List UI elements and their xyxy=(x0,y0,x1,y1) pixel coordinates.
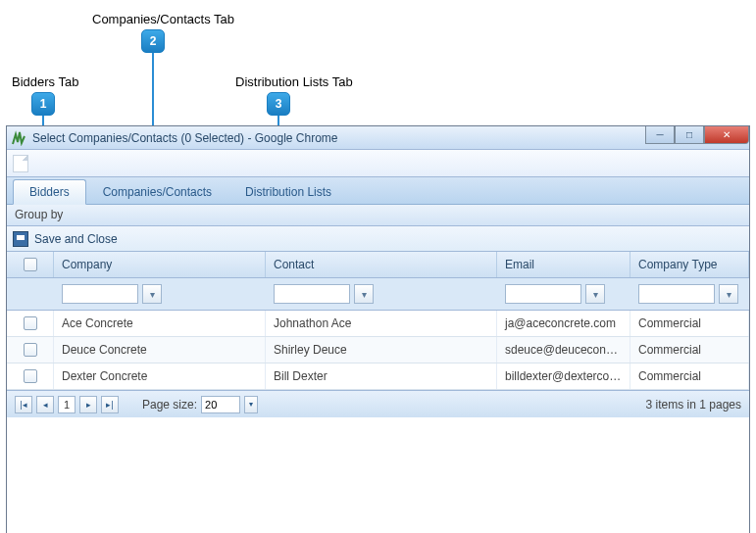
column-header-contact[interactable]: Contact xyxy=(266,252,497,277)
grid-filter-row: ▾ ▾ ▾ ▾ xyxy=(7,278,749,311)
table-row[interactable]: Ace ConcreteJohnathon Aceja@aceconcrete.… xyxy=(7,311,749,337)
data-grid: Company Contact Email Company Type ▾ ▾ ▾… xyxy=(7,252,749,417)
window-title: Select Companies/Contacts (0 Selected) -… xyxy=(32,131,337,145)
browser-window: Select Companies/Contacts (0 Selected) -… xyxy=(6,125,750,533)
cell-contact: Johnathon Ace xyxy=(266,311,497,336)
filter-input-company[interactable] xyxy=(62,284,138,304)
cell-email: sdeuce@deuceconcrete. xyxy=(497,337,630,363)
pager-prev-button[interactable]: ◂ xyxy=(36,396,54,413)
filter-input-type[interactable] xyxy=(638,284,715,304)
pager-current-page[interactable]: 1 xyxy=(58,396,76,413)
annotation-marker-3: 3 xyxy=(267,92,290,116)
cell-type: Commercial xyxy=(630,311,749,336)
cell-company: Dexter Concrete xyxy=(54,363,266,389)
select-all-checkbox[interactable] xyxy=(24,258,37,271)
table-row[interactable]: Deuce ConcreteShirley Deucesdeuce@deucec… xyxy=(7,337,749,363)
close-button[interactable]: ✕ xyxy=(704,126,749,144)
grid-header-row: Company Contact Email Company Type xyxy=(7,252,749,278)
maximize-button[interactable]: □ xyxy=(675,126,704,144)
column-header-company-type[interactable]: Company Type xyxy=(630,252,749,277)
cell-company: Ace Concrete xyxy=(54,311,266,336)
tab-bar: Bidders Companies/Contacts Distribution … xyxy=(7,177,749,205)
annotation-marker-2: 2 xyxy=(141,29,165,53)
pager-size-dropdown[interactable]: ▾ xyxy=(244,396,258,413)
filter-button-contact[interactable]: ▾ xyxy=(354,284,374,304)
pager-size-input[interactable] xyxy=(201,396,240,413)
pager-next-button[interactable]: ▸ xyxy=(79,396,97,413)
filter-input-email[interactable] xyxy=(505,284,581,304)
filter-button-company[interactable]: ▾ xyxy=(142,284,162,304)
group-by-bar[interactable]: Group by xyxy=(7,205,749,226)
window-titlebar[interactable]: Select Companies/Contacts (0 Selected) -… xyxy=(7,126,749,150)
pager-info-text: 3 items in 1 pages xyxy=(646,398,741,412)
cell-email: ja@aceconcrete.com xyxy=(497,311,630,336)
cell-contact: Bill Dexter xyxy=(266,363,497,389)
save-bar: Save and Close xyxy=(7,226,749,252)
tab-bidders[interactable]: Bidders xyxy=(13,179,86,205)
save-icon[interactable] xyxy=(13,231,28,247)
column-header-company[interactable]: Company xyxy=(54,252,266,277)
toolbar xyxy=(7,150,749,177)
column-header-email[interactable]: Email xyxy=(497,252,630,277)
cell-company: Deuce Concrete xyxy=(54,337,266,363)
new-document-icon[interactable] xyxy=(13,155,28,172)
cell-type: Commercial xyxy=(630,363,749,389)
cell-type: Commercial xyxy=(630,337,749,363)
pager-size-label: Page size: xyxy=(142,398,197,412)
tab-companies-contacts[interactable]: Companies/Contacts xyxy=(86,179,228,204)
save-and-close-button[interactable]: Save and Close xyxy=(34,232,118,246)
pager-last-button[interactable]: ▸| xyxy=(101,396,119,413)
tab-distribution-lists[interactable]: Distribution Lists xyxy=(228,179,348,204)
pager-first-button[interactable]: |◂ xyxy=(15,396,32,413)
cell-email: billdexter@dexterconcret xyxy=(497,363,630,389)
filter-button-email[interactable]: ▾ xyxy=(585,284,605,304)
row-checkbox[interactable] xyxy=(24,316,37,330)
annotation-label-bidders: Bidders Tab xyxy=(12,74,78,89)
annotation-marker-1: 1 xyxy=(31,92,55,116)
pager-bar: |◂ ◂ 1 ▸ ▸| Page size: ▾ 3 items in 1 pa… xyxy=(7,390,749,417)
cell-contact: Shirley Deuce xyxy=(266,337,497,363)
filter-input-contact[interactable] xyxy=(274,284,350,304)
annotation-label-companies: Companies/Contacts Tab xyxy=(92,12,234,26)
table-row[interactable]: Dexter ConcreteBill Dexterbilldexter@dex… xyxy=(7,363,749,390)
row-checkbox[interactable] xyxy=(24,369,37,383)
filter-button-type[interactable]: ▾ xyxy=(719,284,738,304)
app-logo-icon xyxy=(11,130,26,146)
minimize-button[interactable]: ─ xyxy=(645,126,675,144)
grid-body: Ace ConcreteJohnathon Aceja@aceconcrete.… xyxy=(7,311,749,390)
annotation-label-distribution: Distribution Lists Tab xyxy=(235,74,353,89)
row-checkbox[interactable] xyxy=(24,343,37,357)
blank-area xyxy=(7,417,749,533)
